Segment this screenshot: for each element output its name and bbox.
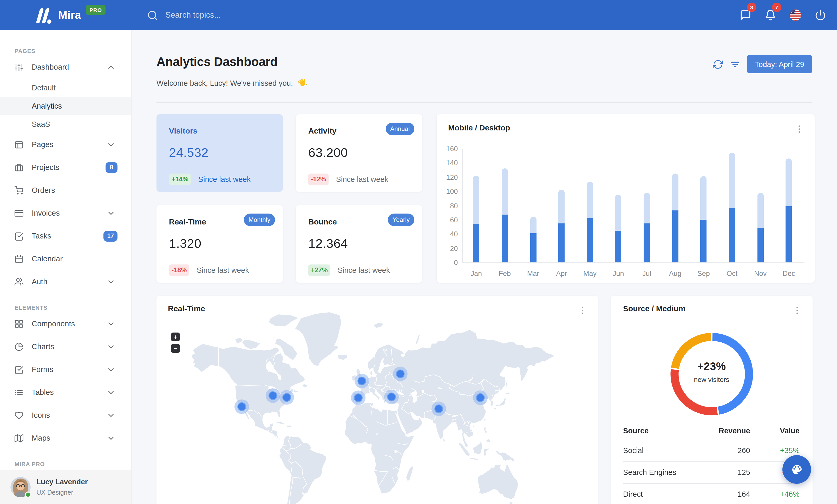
col-source: Source (623, 421, 690, 440)
sidebar-item-invoices[interactable]: Invoices (0, 202, 131, 224)
stat-period-pill[interactable]: Annual (386, 123, 414, 135)
x-axis-label: Jun (607, 270, 630, 278)
sidebar-item-pages[interactable]: Pages (0, 133, 131, 156)
sidebar-item-projects[interactable]: Projects8 (0, 156, 131, 179)
page-title: Analytics Dashboard (157, 54, 307, 70)
sidebar-item-dashboard[interactable]: Dashboard (0, 56, 131, 78)
stat-delta-badge: -18% (169, 264, 189, 276)
sidebar-item-auth[interactable]: Auth (0, 270, 131, 293)
bar-mobile-segment (558, 223, 565, 263)
map-marker[interactable] (393, 367, 408, 381)
map-marker[interactable] (266, 388, 280, 403)
refresh-button[interactable] (713, 59, 723, 69)
bar-jun[interactable] (615, 195, 622, 262)
filter-button[interactable] (730, 59, 740, 69)
map-marker[interactable] (431, 402, 446, 416)
sidebar-item-maps[interactable]: Maps (0, 427, 131, 449)
notifications-count-badge: 7 (772, 3, 781, 12)
sidebar-user[interactable]: Lucy Lavender UX Designer (0, 470, 131, 504)
sidebar-item-forms[interactable]: Forms (0, 358, 131, 381)
bar-jul[interactable] (644, 193, 650, 263)
messages-button[interactable]: 3 (740, 10, 751, 21)
sidebar-subitem-default[interactable]: Default (0, 78, 131, 97)
language-flag-button[interactable] (790, 10, 801, 21)
brand[interactable]: Mira PRO (35, 6, 106, 24)
sidebar-item-orders[interactable]: Orders (0, 179, 131, 202)
bar-oct[interactable] (729, 153, 735, 262)
bar-mar[interactable] (530, 217, 536, 262)
sidebar-item-calendar[interactable]: Calendar (0, 247, 131, 270)
map-zoom-out-button[interactable]: − (171, 344, 180, 353)
stat-note: Since last week (336, 175, 388, 183)
sidebar-item-label: Icons (32, 411, 107, 419)
bar-mobile-segment (786, 206, 792, 263)
bar-aug[interactable] (672, 173, 678, 263)
sidebar-count-badge: 17 (104, 230, 118, 241)
sidebar-item-label: Calendar (32, 255, 118, 263)
donut-center-label: new visitors (667, 375, 756, 383)
stat-note: Since last week (338, 266, 390, 274)
stat-card-realtime[interactable]: Real-Time Monthly 1.320 -18% Since last … (157, 205, 283, 283)
map-marker[interactable] (234, 399, 249, 414)
bar-sep[interactable] (700, 176, 707, 263)
sidebar-item-charts[interactable]: Charts (0, 335, 131, 358)
bar-desktop-segment (700, 176, 707, 220)
mobile-desktop-chart-card: Mobile / Desktop 020406080100120140160Ja… (437, 114, 815, 283)
stat-card-bounce[interactable]: Bounce Yearly 12.364 +27% Since last wee… (296, 205, 422, 283)
map-marker[interactable] (280, 390, 294, 405)
search-icon (147, 10, 158, 20)
sidebar-item-label: Projects (32, 163, 106, 171)
sidebar-item-label: Dashboard (32, 63, 107, 71)
map-zoom-in-button[interactable]: + (171, 332, 180, 341)
main-content: Analytics Dashboard Welcome back, Lucy! … (131, 30, 837, 504)
y-axis-label: 80 (442, 202, 458, 210)
stat-value: 1.320 (169, 237, 201, 251)
date-button[interactable]: Today: April 29 (747, 55, 812, 73)
world-map[interactable] (157, 323, 598, 504)
sidebar-item-label: Pages (32, 140, 107, 149)
donut-chart: +23% new visitors (667, 330, 756, 418)
more-vertical-icon (792, 305, 802, 315)
stat-delta-badge: +27% (308, 264, 331, 276)
sidebar-item-components[interactable]: Components (0, 312, 131, 335)
bar-feb[interactable] (502, 169, 508, 263)
stat-card-visitors[interactable]: Visitors 24.532 +14% Since last week (157, 114, 283, 192)
bar-may[interactable] (587, 182, 593, 263)
bar-mobile-segment (530, 233, 536, 262)
theme-settings-button[interactable] (782, 455, 811, 484)
bar-apr[interactable] (558, 190, 565, 263)
notifications-button[interactable]: 7 (765, 10, 776, 21)
logout-button[interactable] (815, 10, 826, 21)
y-axis-label: 60 (442, 216, 458, 224)
x-axis-label: May (578, 270, 602, 278)
stat-delta-badge: -12% (308, 173, 328, 185)
stat-card-activity[interactable]: Activity Annual 63.200 -12% Since last w… (296, 114, 422, 192)
map-marker[interactable] (351, 390, 366, 405)
map-marker[interactable] (384, 390, 399, 404)
cell-source: Search Engines (623, 461, 690, 483)
sidebar-item-icons[interactable]: Icons (0, 404, 131, 427)
sidebar-item-label: Components (32, 320, 107, 328)
bar-jan[interactable] (473, 175, 479, 262)
bar-mobile-segment (672, 210, 678, 262)
bar-mobile-segment (757, 228, 763, 263)
sidebar-item-tasks[interactable]: Tasks17 (0, 224, 131, 247)
bar-dec[interactable] (786, 158, 792, 262)
brand-name: Mira (58, 6, 81, 24)
sidebar-section-label: PAGES (0, 36, 131, 56)
sidebar-item-tables[interactable]: Tables (0, 381, 131, 404)
sliders-icon (15, 62, 23, 72)
y-axis-label: 160 (442, 145, 458, 153)
map-marker[interactable] (473, 390, 488, 405)
stat-period-pill[interactable]: Yearly (388, 213, 414, 226)
bar-desktop-segment (615, 195, 622, 230)
sidebar-subitem-saas[interactable]: SaaS (0, 115, 131, 133)
sidebar-subitem-analytics[interactable]: Analytics (0, 97, 131, 115)
x-axis-label: Sep (692, 270, 715, 278)
sidebar-item-label: Charts (32, 342, 107, 351)
source-menu-button[interactable] (792, 305, 802, 315)
stat-period-pill[interactable]: Monthly (244, 213, 275, 226)
map-marker[interactable] (355, 374, 369, 388)
search-input[interactable] (165, 11, 342, 20)
bar-nov[interactable] (757, 193, 763, 263)
